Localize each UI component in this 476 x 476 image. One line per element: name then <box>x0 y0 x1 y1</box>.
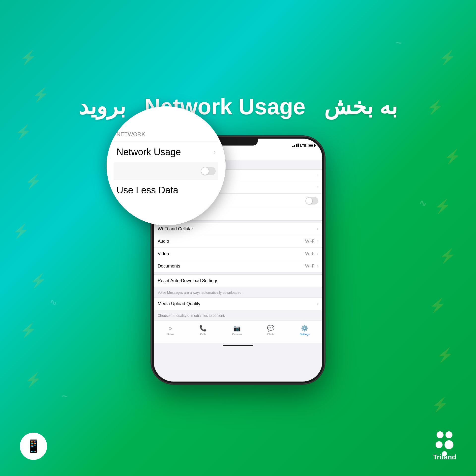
title-persian-suffix: بروید <box>79 94 126 119</box>
media-upload-quality-label: Media Upload Quality <box>158 301 200 306</box>
tab-calls[interactable]: 📞 Calls <box>199 325 207 336</box>
reset-note: Voice Messages are always automatically … <box>154 289 322 298</box>
signal-bar-2 <box>294 145 295 147</box>
calls-tab-icon: 📞 <box>199 325 207 332</box>
deco-17: ~ <box>396 37 402 48</box>
deco-6: ⚡ <box>30 273 47 289</box>
settings-tab-icon: ⚙️ <box>301 325 308 332</box>
deco-14: ⚡ <box>429 298 446 314</box>
reset-group: Reset Auto-Download Settings <box>154 274 322 287</box>
deco-18: ~ <box>62 390 68 402</box>
trifand-dot-2 <box>446 431 452 438</box>
video-row[interactable]: Video Wi-Fi › <box>154 248 322 260</box>
audio-value: Wi-Fi › <box>305 239 318 244</box>
documents-label: Documents <box>158 264 180 269</box>
documents-row[interactable]: Documents Wi-Fi › <box>154 260 322 272</box>
trifand-dot-1 <box>437 431 444 438</box>
title-persian-prefix: به بخش <box>324 94 397 119</box>
trifand-logo: Trifand <box>433 431 456 461</box>
documents-value: Wi-Fi › <box>305 264 318 269</box>
use-less-data-toggle[interactable] <box>305 197 318 205</box>
deco-16: ⚡ <box>432 397 449 413</box>
deco-8: ⚡ <box>25 372 42 388</box>
audio-chevron: › <box>317 239 318 243</box>
tab-status[interactable]: ○ Status <box>166 325 174 336</box>
trifand-name: Trifand <box>433 453 456 461</box>
title-area: به بخش Network Usage بروید <box>79 92 397 121</box>
deco-10: ⚡ <box>427 99 444 115</box>
signal-bars <box>292 144 299 147</box>
magnify-network-usage-label: Network Usage <box>117 147 181 157</box>
phone-wrapper: NETWORK Network Usage › Use Less Data <box>151 136 325 384</box>
media-upload-chevron: › <box>317 301 318 306</box>
reset-row[interactable]: Reset Auto-Download Settings <box>154 275 322 287</box>
deco-3: ⚡ <box>15 124 32 140</box>
trifand-dot-3 <box>436 441 443 448</box>
magnify-network-usage-row[interactable]: Network Usage › <box>114 142 218 162</box>
battery-icon <box>308 144 315 147</box>
magnify-toggle[interactable] <box>201 167 216 175</box>
deco-13: ⚡ <box>439 248 456 264</box>
lte-label: LTE <box>300 144 306 148</box>
calls-tab-label: Calls <box>200 333 206 336</box>
video-value: Wi-Fi › <box>305 251 318 256</box>
video-label: Video <box>158 251 169 256</box>
tab-settings[interactable]: ⚙️ Settings <box>300 325 310 336</box>
deco-9: ⚡ <box>439 50 456 66</box>
phone-logo-circle: 📱 <box>20 433 47 460</box>
tab-camera[interactable]: 📷 Camera <box>232 325 242 336</box>
trifand-dot-4 <box>445 440 453 449</box>
wifi-cellular-label: Wi-Fi and Cellular <box>158 226 193 232</box>
battery-fill <box>309 145 313 147</box>
media-upload-group: Media Upload Quality › <box>154 298 322 310</box>
signal-bar-4 <box>298 144 299 147</box>
media-upload-quality-row[interactable]: Media Upload Quality › <box>154 298 322 310</box>
home-indicator <box>154 343 322 348</box>
settings-tab-label: Settings <box>300 333 310 336</box>
magnify-use-less-data: Use Less Data <box>114 180 218 201</box>
magnify-content: NETWORK Network Usage › Use Less Data <box>107 106 226 225</box>
signal-bar-1 <box>292 146 294 147</box>
magnify-section-label: NETWORK <box>114 131 218 138</box>
deco-4: ⚡ <box>25 174 42 190</box>
main-content: به بخش Network Usage بروید NETWORK Netwo… <box>79 92 397 384</box>
trifand-dots <box>435 431 454 451</box>
tab-bar: ○ Status 📞 Calls 📷 Camera 💬 <box>154 321 322 343</box>
page-title: به بخش Network Usage بروید <box>79 92 397 121</box>
network-usage-chevron: › <box>317 185 318 189</box>
chats-tab-icon: 💬 <box>267 325 274 332</box>
bottom-logos: 📱 Trifand <box>0 431 476 461</box>
chats-tab-label: Chats <box>267 333 274 336</box>
wifi-cellular-row[interactable]: Wi-Fi and Cellular › <box>154 223 322 235</box>
signal-bar-3 <box>296 144 297 147</box>
status-tab-icon: ○ <box>168 325 172 332</box>
network-blank-chevron: › <box>317 173 318 178</box>
deco-20: ∿ <box>50 298 57 307</box>
deco-15: ⚡ <box>437 347 454 363</box>
toggle-knob <box>306 198 312 204</box>
audio-label: Audio <box>158 239 169 244</box>
phone-logo-icon: 📱 <box>26 439 41 453</box>
deco-19: ∿ <box>419 198 426 208</box>
deco-7: ⚡ <box>20 322 37 338</box>
reset-label: Reset Auto-Download Settings <box>158 278 218 283</box>
tab-chats[interactable]: 💬 Chats <box>267 325 274 336</box>
magnify-circle: NETWORK Network Usage › Use Less Data <box>107 106 226 225</box>
wifi-cellular-chevron: › <box>317 227 318 231</box>
magnify-chevron-1: › <box>213 148 216 156</box>
camera-tab-label: Camera <box>232 333 242 336</box>
status-icons: LTE <box>292 144 315 148</box>
deco-12: ⚡ <box>434 198 451 214</box>
deco-2: ⚡ <box>32 87 49 103</box>
home-bar <box>223 345 253 346</box>
wifi-cellular-value: › <box>317 227 318 231</box>
deco-5: ⚡ <box>12 223 30 239</box>
audio-row[interactable]: Audio Wi-Fi › <box>154 235 322 248</box>
status-tab-label: Status <box>166 333 174 336</box>
media-download-group: Wi-Fi and Cellular › Audio Wi-Fi › <box>154 223 322 272</box>
magnify-toggle-row <box>114 162 218 180</box>
video-chevron: › <box>317 251 318 256</box>
phone-notch <box>218 139 258 146</box>
deco-1: ⚡ <box>20 50 37 66</box>
deco-11: ⚡ <box>444 149 461 165</box>
